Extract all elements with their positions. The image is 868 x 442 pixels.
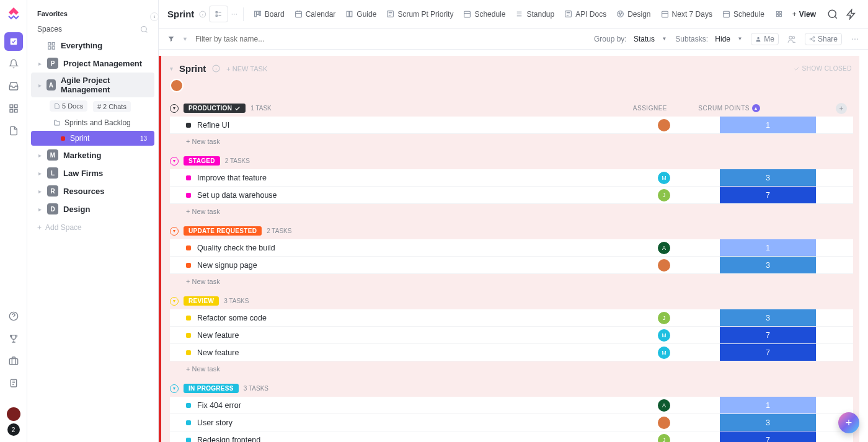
collapse-icon[interactable]: ▾ (170, 157, 179, 166)
task-row[interactable]: Refine UI 1 (170, 117, 853, 134)
new-task-row[interactable]: + New task (170, 274, 853, 288)
fab-create-button[interactable]: + (838, 412, 859, 433)
view-tab-api-docs[interactable]: API Docs (559, 6, 611, 22)
subtasks-dropdown[interactable]: Subtasks: Hide ▼ (675, 35, 742, 43)
sidebar-space-project-management[interactable]: ▸ P Project Management (31, 55, 154, 72)
task-row[interactable]: Fix 404 error A 1 (170, 397, 853, 414)
assignee-avatar[interactable] (658, 417, 670, 429)
sidebar-list-sprint[interactable]: Sprint 13 (31, 131, 154, 146)
scrum-points-cell[interactable]: 3 (720, 257, 816, 273)
filter-icon[interactable] (167, 35, 175, 43)
scrum-points-cell[interactable]: 3 (720, 414, 816, 431)
clipboard-icon[interactable] (4, 374, 23, 392)
view-tab-design[interactable]: Design (611, 6, 655, 22)
scrum-points-cell[interactable]: 3 (720, 169, 816, 186)
collapse-icon[interactable]: ▾ (170, 104, 179, 113)
sprint-avatar[interactable] (170, 79, 184, 92)
assignee-avatar[interactable] (658, 119, 670, 131)
view-tab-schedule[interactable]: Schedule (458, 6, 510, 22)
task-row[interactable]: New feature M 7 (170, 327, 853, 344)
add-view-button[interactable]: +View (789, 7, 820, 21)
spaces-header[interactable]: Spaces (37, 25, 62, 33)
share-button[interactable]: Share (805, 33, 842, 45)
briefcase-icon[interactable] (4, 351, 23, 370)
assignee-avatar[interactable] (658, 259, 670, 272)
collapse-sidebar-icon[interactable]: ‹ (150, 12, 159, 21)
grid-view-icon[interactable] (776, 10, 782, 18)
view-tab-scrum-pt-priority[interactable]: Scrum Pt Priority (381, 6, 458, 22)
collapse-icon[interactable]: ▾ (170, 65, 173, 72)
assignee-avatar[interactable]: A (658, 242, 670, 254)
info-icon[interactable] (212, 64, 220, 73)
more-icon[interactable] (231, 10, 238, 19)
user-avatar[interactable] (7, 407, 20, 421)
scrum-points-cell[interactable]: 7 (720, 187, 816, 203)
sidebar-row-everything[interactable]: Everything (31, 38, 154, 53)
status-chip[interactable]: STAGED (184, 156, 220, 166)
view-tab-next-7-days[interactable]: Next 7 Days (656, 6, 717, 22)
collapse-icon[interactable]: ▾ (170, 297, 179, 306)
info-icon[interactable] (199, 10, 206, 19)
add-space-button[interactable]: + Add Space (27, 218, 158, 237)
view-tab-schedule[interactable]: Schedule (717, 6, 769, 22)
help-icon[interactable] (4, 307, 23, 325)
status-chip[interactable]: PRODUCTION (184, 104, 246, 113)
sidebar-space-agile-project-management[interactable]: ▸ A Agile Project Management (31, 73, 154, 97)
task-row[interactable]: Improve that feature M 3 (170, 169, 853, 187)
task-row[interactable]: New signup page 3 (170, 257, 853, 274)
chats-chip[interactable]: #2 Chats (93, 101, 131, 112)
app-logo[interactable] (6, 6, 21, 21)
task-row[interactable]: New feature M 7 (170, 344, 853, 361)
view-tab-guide[interactable]: Guide (340, 6, 381, 22)
docs-chip[interactable]: 5 Docs (50, 100, 87, 112)
scrum-points-cell[interactable]: 3 (720, 309, 816, 326)
bolt-icon[interactable] (843, 6, 859, 22)
assignee-avatar[interactable]: J (658, 189, 670, 201)
assignee-avatar[interactable]: M (658, 172, 670, 184)
sidebar-space-marketing[interactable]: ▸ M Marketing (31, 146, 154, 164)
favorites-header[interactable]: Favorites (27, 6, 158, 21)
assignee-avatar[interactable]: M (658, 329, 670, 342)
view-tab-board[interactable]: Board (249, 6, 290, 22)
inbox-icon[interactable] (4, 77, 23, 95)
scrum-points-cell[interactable]: 1 (720, 239, 816, 256)
view-tab-calendar[interactable]: Calendar (290, 6, 341, 22)
doc-icon[interactable] (4, 122, 23, 140)
search-icon[interactable] (140, 25, 148, 33)
task-row[interactable]: Refactor some code J 3 (170, 309, 853, 327)
status-chip[interactable]: UPDATE REQUESTED (184, 226, 262, 236)
assignees-icon[interactable] (787, 35, 796, 43)
filter-input[interactable] (195, 35, 319, 43)
me-button[interactable]: Me (751, 33, 779, 45)
task-row[interactable]: Quality check the build A 1 (170, 239, 853, 257)
assignee-avatar[interactable]: M (658, 347, 670, 359)
assignee-avatar[interactable]: A (658, 399, 670, 412)
sidebar-space-law-firms[interactable]: ▸ L Law Firms (31, 164, 154, 182)
sidebar-space-design[interactable]: ▸ D Design (31, 200, 154, 218)
scrum-points-cell[interactable]: 1 (720, 117, 816, 133)
show-closed-button[interactable]: SHOW CLOSED (794, 65, 852, 72)
scrum-points-cell[interactable]: 1 (720, 397, 816, 413)
new-task-row[interactable]: + New task (170, 204, 853, 218)
search-icon[interactable] (825, 6, 841, 22)
scrum-points-cell[interactable]: 7 (720, 327, 816, 343)
more-icon[interactable] (851, 35, 859, 43)
status-chip[interactable]: IN PROGRESS (184, 384, 239, 393)
groupby-dropdown[interactable]: Group by: Status ▼ (594, 35, 666, 43)
add-column-button[interactable]: + (836, 103, 847, 114)
home-icon[interactable] (4, 32, 23, 51)
sidebar-folder[interactable]: Sprints and Backlog (31, 115, 154, 130)
grid-icon[interactable] (4, 99, 23, 118)
task-row[interactable]: User story 3 (170, 414, 853, 431)
trophy-icon[interactable] (4, 329, 23, 348)
sidebar-space-resources[interactable]: ▸ R Resources (31, 182, 154, 200)
new-task-button[interactable]: + NEW TASK (226, 65, 267, 73)
status-chip[interactable]: REVIEW (184, 296, 219, 306)
collapse-icon[interactable]: ▾ (170, 227, 179, 236)
view-tab-standup[interactable]: Standup (510, 6, 559, 22)
collapse-icon[interactable]: ▾ (170, 384, 179, 393)
count-badge[interactable]: 2 (7, 423, 20, 436)
new-task-row[interactable]: + New task (170, 361, 853, 375)
task-row[interactable]: Redesign frontend J 7 (170, 431, 853, 442)
new-task-row[interactable]: + New task (170, 134, 853, 148)
